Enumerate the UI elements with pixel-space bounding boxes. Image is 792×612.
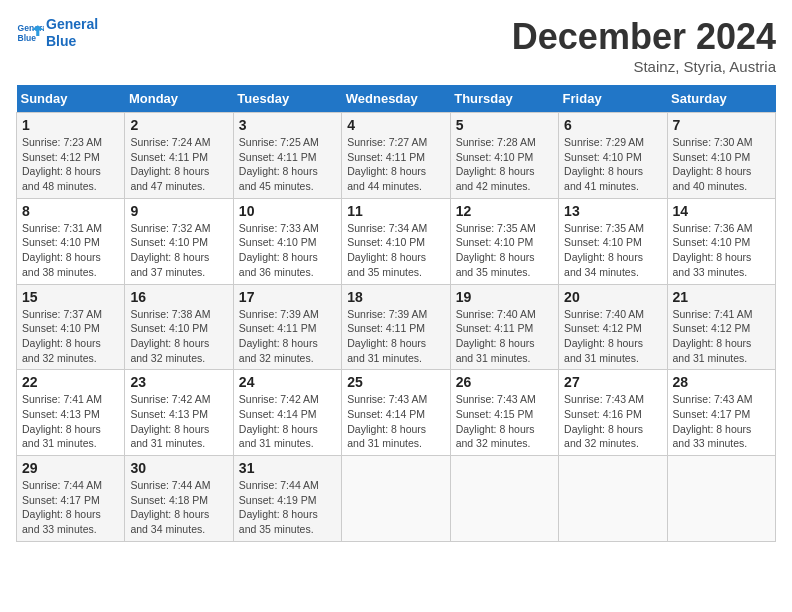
calendar-cell: 29Sunrise: 7:44 AMSunset: 4:17 PMDayligh… [17, 456, 125, 542]
day-info: Sunrise: 7:40 AMSunset: 4:11 PMDaylight:… [456, 307, 553, 366]
day-number: 2 [130, 117, 227, 133]
day-info: Sunrise: 7:42 AMSunset: 4:13 PMDaylight:… [130, 392, 227, 451]
day-info: Sunrise: 7:42 AMSunset: 4:14 PMDaylight:… [239, 392, 336, 451]
day-number: 9 [130, 203, 227, 219]
day-number: 17 [239, 289, 336, 305]
day-number: 4 [347, 117, 444, 133]
day-info: Sunrise: 7:43 AMSunset: 4:14 PMDaylight:… [347, 392, 444, 451]
day-number: 23 [130, 374, 227, 390]
day-number: 18 [347, 289, 444, 305]
day-info: Sunrise: 7:43 AMSunset: 4:15 PMDaylight:… [456, 392, 553, 451]
day-number: 11 [347, 203, 444, 219]
title-block: December 2024 Stainz, Styria, Austria [512, 16, 776, 75]
day-info: Sunrise: 7:35 AMSunset: 4:10 PMDaylight:… [456, 221, 553, 280]
day-info: Sunrise: 7:36 AMSunset: 4:10 PMDaylight:… [673, 221, 770, 280]
page-header: General Blue GeneralBlue December 2024 S… [16, 16, 776, 75]
day-number: 13 [564, 203, 661, 219]
day-info: Sunrise: 7:39 AMSunset: 4:11 PMDaylight:… [239, 307, 336, 366]
day-info: Sunrise: 7:37 AMSunset: 4:10 PMDaylight:… [22, 307, 119, 366]
day-info: Sunrise: 7:31 AMSunset: 4:10 PMDaylight:… [22, 221, 119, 280]
column-header-tuesday: Tuesday [233, 85, 341, 113]
svg-text:Blue: Blue [18, 33, 37, 43]
logo-icon: General Blue [16, 19, 44, 47]
day-info: Sunrise: 7:43 AMSunset: 4:17 PMDaylight:… [673, 392, 770, 451]
day-number: 16 [130, 289, 227, 305]
day-info: Sunrise: 7:34 AMSunset: 4:10 PMDaylight:… [347, 221, 444, 280]
day-number: 3 [239, 117, 336, 133]
day-info: Sunrise: 7:35 AMSunset: 4:10 PMDaylight:… [564, 221, 661, 280]
calendar-cell: 15Sunrise: 7:37 AMSunset: 4:10 PMDayligh… [17, 284, 125, 370]
day-info: Sunrise: 7:32 AMSunset: 4:10 PMDaylight:… [130, 221, 227, 280]
calendar-cell: 18Sunrise: 7:39 AMSunset: 4:11 PMDayligh… [342, 284, 450, 370]
calendar-cell: 19Sunrise: 7:40 AMSunset: 4:11 PMDayligh… [450, 284, 558, 370]
calendar-cell: 11Sunrise: 7:34 AMSunset: 4:10 PMDayligh… [342, 198, 450, 284]
day-number: 14 [673, 203, 770, 219]
calendar-week-2: 8Sunrise: 7:31 AMSunset: 4:10 PMDaylight… [17, 198, 776, 284]
day-number: 26 [456, 374, 553, 390]
calendar-cell: 4Sunrise: 7:27 AMSunset: 4:11 PMDaylight… [342, 113, 450, 199]
day-info: Sunrise: 7:44 AMSunset: 4:19 PMDaylight:… [239, 478, 336, 537]
day-number: 31 [239, 460, 336, 476]
calendar-cell: 20Sunrise: 7:40 AMSunset: 4:12 PMDayligh… [559, 284, 667, 370]
calendar-cell: 17Sunrise: 7:39 AMSunset: 4:11 PMDayligh… [233, 284, 341, 370]
calendar-cell: 13Sunrise: 7:35 AMSunset: 4:10 PMDayligh… [559, 198, 667, 284]
calendar-table: SundayMondayTuesdayWednesdayThursdayFrid… [16, 85, 776, 542]
calendar-cell: 24Sunrise: 7:42 AMSunset: 4:14 PMDayligh… [233, 370, 341, 456]
calendar-cell: 2Sunrise: 7:24 AMSunset: 4:11 PMDaylight… [125, 113, 233, 199]
calendar-cell [559, 456, 667, 542]
column-header-friday: Friday [559, 85, 667, 113]
calendar-cell: 28Sunrise: 7:43 AMSunset: 4:17 PMDayligh… [667, 370, 775, 456]
calendar-cell [667, 456, 775, 542]
day-number: 19 [456, 289, 553, 305]
calendar-cell: 22Sunrise: 7:41 AMSunset: 4:13 PMDayligh… [17, 370, 125, 456]
day-info: Sunrise: 7:25 AMSunset: 4:11 PMDaylight:… [239, 135, 336, 194]
day-number: 28 [673, 374, 770, 390]
calendar-cell: 31Sunrise: 7:44 AMSunset: 4:19 PMDayligh… [233, 456, 341, 542]
day-info: Sunrise: 7:41 AMSunset: 4:13 PMDaylight:… [22, 392, 119, 451]
calendar-week-3: 15Sunrise: 7:37 AMSunset: 4:10 PMDayligh… [17, 284, 776, 370]
day-info: Sunrise: 7:44 AMSunset: 4:17 PMDaylight:… [22, 478, 119, 537]
calendar-cell: 23Sunrise: 7:42 AMSunset: 4:13 PMDayligh… [125, 370, 233, 456]
column-header-wednesday: Wednesday [342, 85, 450, 113]
column-header-sunday: Sunday [17, 85, 125, 113]
month-title: December 2024 [512, 16, 776, 58]
calendar-cell: 6Sunrise: 7:29 AMSunset: 4:10 PMDaylight… [559, 113, 667, 199]
location-subtitle: Stainz, Styria, Austria [512, 58, 776, 75]
day-info: Sunrise: 7:39 AMSunset: 4:11 PMDaylight:… [347, 307, 444, 366]
calendar-cell: 16Sunrise: 7:38 AMSunset: 4:10 PMDayligh… [125, 284, 233, 370]
calendar-cell: 26Sunrise: 7:43 AMSunset: 4:15 PMDayligh… [450, 370, 558, 456]
day-number: 20 [564, 289, 661, 305]
calendar-cell: 27Sunrise: 7:43 AMSunset: 4:16 PMDayligh… [559, 370, 667, 456]
day-number: 15 [22, 289, 119, 305]
day-info: Sunrise: 7:38 AMSunset: 4:10 PMDaylight:… [130, 307, 227, 366]
day-number: 30 [130, 460, 227, 476]
day-info: Sunrise: 7:29 AMSunset: 4:10 PMDaylight:… [564, 135, 661, 194]
day-number: 6 [564, 117, 661, 133]
column-header-saturday: Saturday [667, 85, 775, 113]
calendar-cell: 14Sunrise: 7:36 AMSunset: 4:10 PMDayligh… [667, 198, 775, 284]
calendar-cell: 1Sunrise: 7:23 AMSunset: 4:12 PMDaylight… [17, 113, 125, 199]
calendar-cell: 30Sunrise: 7:44 AMSunset: 4:18 PMDayligh… [125, 456, 233, 542]
calendar-cell: 5Sunrise: 7:28 AMSunset: 4:10 PMDaylight… [450, 113, 558, 199]
day-number: 29 [22, 460, 119, 476]
calendar-week-5: 29Sunrise: 7:44 AMSunset: 4:17 PMDayligh… [17, 456, 776, 542]
calendar-cell: 12Sunrise: 7:35 AMSunset: 4:10 PMDayligh… [450, 198, 558, 284]
calendar-cell: 25Sunrise: 7:43 AMSunset: 4:14 PMDayligh… [342, 370, 450, 456]
day-number: 25 [347, 374, 444, 390]
day-number: 21 [673, 289, 770, 305]
column-header-monday: Monday [125, 85, 233, 113]
calendar-cell [450, 456, 558, 542]
calendar-cell [342, 456, 450, 542]
calendar-cell: 9Sunrise: 7:32 AMSunset: 4:10 PMDaylight… [125, 198, 233, 284]
day-number: 22 [22, 374, 119, 390]
day-info: Sunrise: 7:43 AMSunset: 4:16 PMDaylight:… [564, 392, 661, 451]
calendar-week-1: 1Sunrise: 7:23 AMSunset: 4:12 PMDaylight… [17, 113, 776, 199]
day-info: Sunrise: 7:33 AMSunset: 4:10 PMDaylight:… [239, 221, 336, 280]
day-info: Sunrise: 7:27 AMSunset: 4:11 PMDaylight:… [347, 135, 444, 194]
column-header-thursday: Thursday [450, 85, 558, 113]
day-number: 10 [239, 203, 336, 219]
day-info: Sunrise: 7:41 AMSunset: 4:12 PMDaylight:… [673, 307, 770, 366]
day-info: Sunrise: 7:44 AMSunset: 4:18 PMDaylight:… [130, 478, 227, 537]
logo-text: GeneralBlue [46, 16, 98, 50]
calendar-cell: 3Sunrise: 7:25 AMSunset: 4:11 PMDaylight… [233, 113, 341, 199]
